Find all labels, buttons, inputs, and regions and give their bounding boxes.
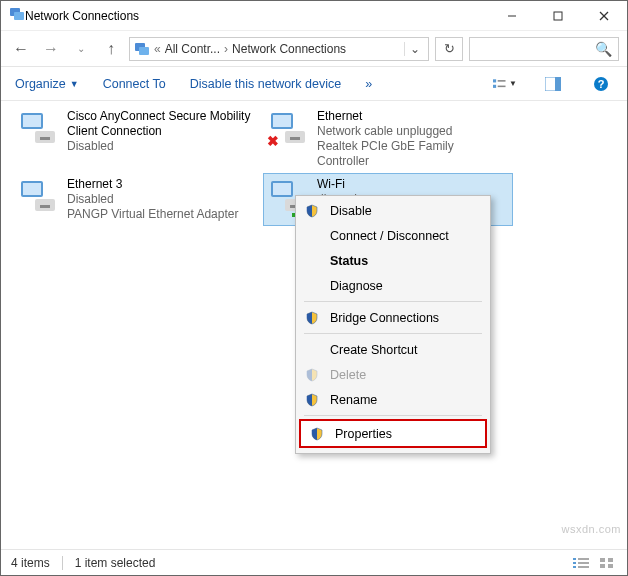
adapter-device: PANGP Virtual Ethernet Adapter bbox=[67, 207, 238, 222]
ctx-shortcut[interactable]: Create Shortcut bbox=[296, 337, 490, 362]
organize-button[interactable]: Organize ▼ bbox=[15, 77, 79, 91]
adapter-item[interactable]: ✖ Ethernet Network cable unplugged Realt… bbox=[263, 105, 513, 173]
unplugged-icon: ✖ bbox=[267, 134, 279, 149]
separator bbox=[62, 556, 63, 570]
network-adapter-icon: ✖ bbox=[267, 109, 309, 149]
window: Network Connections ← → ⌄ ↑ « All Contr.… bbox=[0, 0, 628, 576]
connect-label: Connect To bbox=[103, 77, 166, 91]
svg-rect-21 bbox=[273, 115, 291, 127]
svg-rect-27 bbox=[40, 205, 50, 208]
maximize-button[interactable] bbox=[535, 1, 581, 31]
more-button[interactable]: » bbox=[365, 77, 372, 91]
ctx-connect-label: Connect / Disconnect bbox=[330, 229, 480, 243]
ctx-diagnose[interactable]: Diagnose bbox=[296, 273, 490, 298]
svg-rect-37 bbox=[578, 566, 589, 568]
separator bbox=[304, 301, 482, 302]
ctx-bridge-label: Bridge Connections bbox=[330, 311, 480, 325]
ctx-delete-label: Delete bbox=[330, 368, 480, 382]
search-input[interactable]: 🔍 bbox=[469, 37, 619, 61]
svg-rect-23 bbox=[290, 137, 300, 140]
details-view-button[interactable] bbox=[571, 555, 591, 571]
status-bar: 4 items 1 item selected bbox=[1, 549, 627, 575]
large-icons-view-button[interactable] bbox=[597, 555, 617, 571]
ctx-disable[interactable]: Disable bbox=[296, 198, 490, 223]
ctx-shortcut-label: Create Shortcut bbox=[330, 343, 480, 357]
ctx-bridge[interactable]: Bridge Connections bbox=[296, 305, 490, 330]
svg-rect-7 bbox=[139, 47, 149, 55]
breadcrumb-seg-current[interactable]: Network Connections bbox=[232, 42, 346, 56]
adapter-name: Cisco AnyConnect Secure Mobility Client … bbox=[67, 109, 259, 139]
network-adapter-icon bbox=[17, 109, 59, 149]
shield-icon bbox=[304, 393, 320, 407]
adapter-status: Disabled bbox=[67, 192, 238, 207]
disable-device-button[interactable]: Disable this network device bbox=[190, 77, 341, 91]
ctx-delete: Delete bbox=[296, 362, 490, 387]
svg-rect-1 bbox=[14, 12, 24, 20]
connect-to-button[interactable]: Connect To bbox=[103, 77, 166, 91]
recent-dropdown[interactable]: ⌄ bbox=[69, 37, 93, 61]
ctx-connect[interactable]: Connect / Disconnect bbox=[296, 223, 490, 248]
svg-rect-41 bbox=[608, 564, 613, 568]
svg-rect-19 bbox=[40, 137, 50, 140]
status-selected: 1 item selected bbox=[75, 556, 156, 570]
adapter-status: Disabled bbox=[67, 139, 259, 154]
svg-rect-3 bbox=[554, 12, 562, 20]
address-row: ← → ⌄ ↑ « All Contr... › Network Connect… bbox=[1, 31, 627, 67]
ctx-disable-label: Disable bbox=[330, 204, 480, 218]
shield-icon bbox=[304, 368, 320, 382]
svg-rect-25 bbox=[23, 183, 41, 195]
svg-rect-40 bbox=[600, 564, 605, 568]
disable-label: Disable this network device bbox=[190, 77, 341, 91]
svg-text:?: ? bbox=[598, 78, 605, 90]
search-icon: 🔍 bbox=[595, 41, 612, 57]
ctx-rename[interactable]: Rename bbox=[296, 387, 490, 412]
adapter-device: Realtek PCIe GbE Family Controller bbox=[317, 139, 509, 169]
svg-rect-36 bbox=[573, 566, 576, 568]
adapter-name: Wi-Fi bbox=[317, 177, 357, 192]
svg-rect-33 bbox=[578, 558, 589, 560]
shield-icon bbox=[309, 427, 325, 441]
adapter-item[interactable]: Ethernet 3 Disabled PANGP Virtual Ethern… bbox=[13, 173, 263, 226]
close-button[interactable] bbox=[581, 1, 627, 31]
window-title: Network Connections bbox=[25, 9, 489, 23]
dropdown-icon: ▼ bbox=[70, 79, 79, 89]
ctx-rename-label: Rename bbox=[330, 393, 480, 407]
svg-rect-34 bbox=[573, 562, 576, 564]
svg-rect-8 bbox=[493, 79, 496, 82]
minimize-button[interactable] bbox=[489, 1, 535, 31]
up-button[interactable]: ↑ bbox=[99, 37, 123, 61]
toolbar: Organize ▼ Connect To Disable this netwo… bbox=[1, 67, 627, 101]
svg-rect-9 bbox=[498, 80, 506, 82]
ctx-status-label: Status bbox=[330, 254, 480, 268]
preview-pane-button[interactable] bbox=[541, 72, 565, 96]
svg-rect-35 bbox=[578, 562, 589, 564]
view-button[interactable]: ▼ bbox=[493, 72, 517, 96]
adapter-status: Network cable unplugged bbox=[317, 124, 509, 139]
help-button[interactable]: ? bbox=[589, 72, 613, 96]
svg-rect-10 bbox=[493, 84, 496, 87]
ctx-properties-label: Properties bbox=[335, 427, 475, 441]
context-menu: Disable Connect / Disconnect Status Diag… bbox=[295, 195, 491, 454]
breadcrumb-seg-all[interactable]: All Contr... bbox=[165, 42, 220, 56]
svg-rect-17 bbox=[23, 115, 41, 127]
forward-button[interactable]: → bbox=[39, 37, 63, 61]
status-items: 4 items bbox=[11, 556, 50, 570]
titlebar: Network Connections bbox=[1, 1, 627, 31]
breadcrumb-dropdown[interactable]: ⌄ bbox=[404, 42, 424, 56]
breadcrumb[interactable]: « All Contr... › Network Connections ⌄ bbox=[129, 37, 429, 61]
adapter-item[interactable]: Cisco AnyConnect Secure Mobility Client … bbox=[13, 105, 263, 173]
separator bbox=[304, 415, 482, 416]
refresh-button[interactable]: ↻ bbox=[435, 37, 463, 61]
shield-icon bbox=[304, 311, 320, 325]
adapter-name: Ethernet 3 bbox=[67, 177, 238, 192]
more-label: » bbox=[365, 77, 372, 91]
network-adapter-icon bbox=[17, 177, 59, 217]
app-icon bbox=[9, 6, 25, 25]
svg-rect-39 bbox=[608, 558, 613, 562]
back-button[interactable]: ← bbox=[9, 37, 33, 61]
svg-rect-13 bbox=[555, 77, 561, 91]
ctx-properties[interactable]: Properties bbox=[301, 421, 485, 446]
svg-rect-38 bbox=[600, 558, 605, 562]
chevron-icon: « bbox=[154, 42, 161, 56]
ctx-status[interactable]: Status bbox=[296, 248, 490, 273]
